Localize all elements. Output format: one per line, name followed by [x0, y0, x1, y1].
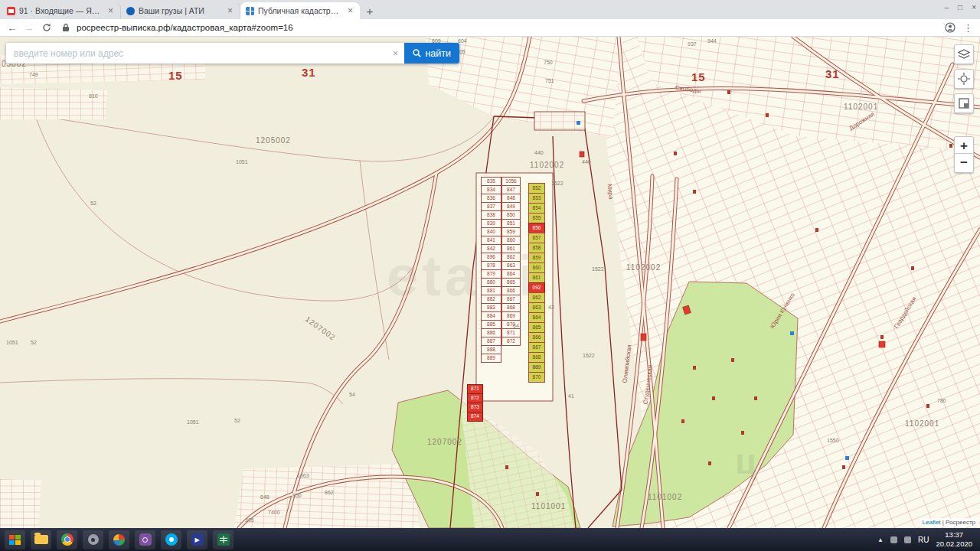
- taskbar-icon-skype[interactable]: [161, 530, 181, 549]
- tab-title: Публичная кадастровая карта: [258, 6, 342, 15]
- tab-ati-cargo[interactable]: Ваши грузы | АТИ ×: [121, 2, 240, 19]
- parcel-column: 8528538548558568578588598608610928628638…: [528, 184, 545, 383]
- locate-button[interactable]: [954, 69, 974, 89]
- url-text: росреестр-выписка.рф/кадастровая_карта#z…: [77, 23, 293, 32]
- tab-yandex-mail[interactable]: 91 · Входящие — Яндекс.Почта ×: [2, 2, 121, 19]
- taskbar-icon-chrome[interactable]: [57, 530, 77, 549]
- lock-icon: [60, 21, 72, 34]
- search-button[interactable]: найти: [404, 43, 459, 64]
- parcel-cell[interactable]: 853: [528, 193, 545, 204]
- back-button[interactable]: ←: [7, 23, 17, 33]
- forward-button[interactable]: →: [24, 23, 34, 33]
- tray-network-icon[interactable]: [890, 536, 897, 543]
- clock-time: 13:37: [936, 530, 972, 540]
- parcel-cell[interactable]: 870: [528, 372, 545, 383]
- reload-button[interactable]: [41, 21, 53, 34]
- taskbar-icon-media[interactable]: ▶: [187, 530, 207, 549]
- taskbar: ▶ ▲ RU 13:37 20.02.2020: [0, 528, 980, 551]
- parcel-cell[interactable]: 872: [501, 337, 521, 346]
- parcel-cell[interactable]: 861: [528, 272, 545, 283]
- window-close-button[interactable]: ×: [972, 3, 976, 11]
- windows-logo-icon: [9, 535, 21, 545]
- profile-avatar-icon[interactable]: [944, 21, 956, 34]
- tab-strip: 91 · Входящие — Яндекс.Почта × Ваши груз…: [0, 0, 980, 19]
- leaflet-link[interactable]: Leaflet: [923, 519, 941, 526]
- start-button[interactable]: [5, 530, 25, 549]
- parcel-cell[interactable]: 889: [481, 354, 501, 363]
- overview-icon: [959, 98, 969, 109]
- overview-button[interactable]: [954, 93, 974, 113]
- chrome-icon: [61, 533, 74, 546]
- parcel-cell[interactable]: 092: [528, 282, 545, 293]
- tab-close-icon[interactable]: ×: [106, 6, 115, 15]
- parcel-cell[interactable]: 867: [528, 342, 545, 353]
- parcel-cell[interactable]: 856: [528, 223, 545, 233]
- parcel-cell[interactable]: 869: [528, 362, 545, 373]
- parcel-cell[interactable]: 852: [528, 183, 545, 194]
- parcel-cell[interactable]: 855: [528, 213, 545, 223]
- rosreestr-credit: Росреестр: [946, 519, 975, 526]
- parcel-column-selected: 871872873874: [467, 385, 483, 422]
- window-controls: – □ ×: [945, 3, 976, 11]
- clear-search-icon[interactable]: ×: [387, 47, 405, 59]
- parcel-cell[interactable]: 854: [528, 203, 545, 214]
- parcel-cell[interactable]: 862: [528, 292, 545, 303]
- crosshair-icon: [958, 73, 970, 85]
- tab-close-icon[interactable]: ×: [226, 6, 234, 15]
- taskbar-icon-settings[interactable]: [83, 530, 103, 549]
- parcel-cell[interactable]: 864: [528, 312, 545, 323]
- parcel-cell[interactable]: 863: [528, 302, 545, 313]
- excel-icon: [217, 533, 230, 546]
- taskbar-icon-folder[interactable]: [31, 530, 51, 549]
- tray-expand-icon[interactable]: ▲: [877, 536, 884, 543]
- tray-volume-icon[interactable]: [904, 536, 911, 543]
- parcel-cell[interactable]: 865: [528, 322, 545, 333]
- parcel-cell[interactable]: 866: [528, 332, 545, 343]
- parcel-cell[interactable]: 859: [528, 253, 545, 263]
- browser-menu-icon[interactable]: ⋮: [963, 23, 973, 33]
- map-viewport[interactable]: etagi ц 15311531120500211020021102002120…: [0, 37, 980, 528]
- search-icon: [413, 49, 421, 57]
- parcel-cell[interactable]: 858: [528, 243, 545, 253]
- taskbar-clock[interactable]: 13:37 20.02.2020: [936, 530, 975, 549]
- parcel-column: 8358348368378388398408418428968788798808…: [481, 178, 501, 363]
- parcel-cell[interactable]: 860: [528, 262, 545, 273]
- system-tray: ▲ RU 13:37 20.02.2020: [877, 530, 975, 549]
- parcel-cell[interactable]: 857: [528, 233, 545, 243]
- tab-cadastral-map[interactable]: Публичная кадастровая карта ×: [240, 2, 360, 19]
- viber-icon: [139, 533, 152, 546]
- address-bar: ← → росреестр-выписка.рф/кадастровая_кар…: [0, 19, 980, 37]
- omnibox[interactable]: росреестр-выписка.рф/кадастровая_карта#z…: [60, 21, 937, 34]
- parcel-cell[interactable]: 868: [528, 352, 545, 363]
- yandex-mail-favicon: [7, 7, 15, 15]
- taskbar-icon-excel[interactable]: [213, 530, 234, 549]
- parcel-column: 1056847848849850851859860861862863864865…: [501, 178, 521, 346]
- media-player-icon: ▶: [191, 533, 204, 546]
- parcel-cell[interactable]: 874: [467, 412, 483, 422]
- tab-title: Ваши грузы | АТИ: [139, 6, 222, 15]
- gear-icon: [88, 534, 99, 545]
- tab-close-icon[interactable]: ×: [346, 6, 354, 15]
- map-favicon: [246, 7, 254, 15]
- search-bar: × найти: [6, 43, 459, 64]
- zoom-out-button[interactable]: −: [954, 153, 974, 173]
- new-tab-button[interactable]: +: [360, 2, 380, 19]
- clock-date: 20.02.2020: [936, 540, 972, 549]
- layers-button[interactable]: [954, 44, 974, 64]
- skype-icon: [165, 533, 178, 546]
- taskbar-icon-viber[interactable]: [135, 530, 155, 549]
- taskbar-icon-photos[interactable]: [109, 530, 129, 549]
- photos-icon: [113, 534, 125, 546]
- ati-favicon: [126, 7, 135, 15]
- folder-icon: [34, 535, 48, 544]
- tab-title: 91 · Входящие — Яндекс.Почта: [19, 6, 103, 15]
- map-attribution: Leaflet | Росреестр: [920, 518, 978, 527]
- window-minimize-button[interactable]: –: [945, 3, 949, 11]
- language-indicator[interactable]: RU: [918, 536, 929, 544]
- search-input[interactable]: [6, 43, 387, 64]
- window-maximize-button[interactable]: □: [958, 3, 962, 11]
- layers-icon: [958, 49, 970, 60]
